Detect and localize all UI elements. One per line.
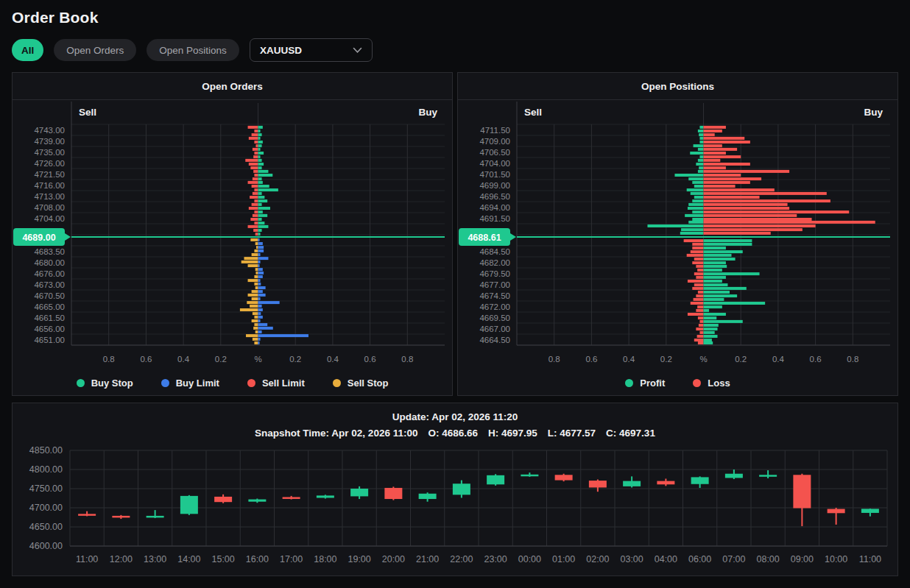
legend-label: Loss — [708, 378, 730, 389]
depth-bar-sell — [250, 166, 258, 169]
time-label: 11:00 — [859, 554, 881, 564]
depth-bar-sell — [249, 207, 258, 210]
y-axis-label: 4700.00 — [29, 503, 63, 513]
filter-all-button[interactable]: All — [12, 39, 43, 61]
open-positions-chart: SellBuy4711.504709.004706.504704.004701.… — [458, 100, 897, 371]
depth-bar-buy — [704, 327, 718, 330]
depth-bar-buy — [704, 316, 717, 319]
depth-bar-buy — [704, 243, 752, 246]
candle-body — [350, 489, 368, 496]
price-axis-label: 4670.50 — [34, 291, 65, 300]
percent-tick-label: 0.4 — [623, 355, 635, 364]
time-label: 12:00 — [110, 554, 133, 564]
price-axis-label: 4684.50 — [479, 247, 510, 256]
depth-bar-sell — [691, 192, 704, 195]
depth-bar-sell — [681, 228, 703, 231]
depth-bar-sell — [254, 283, 258, 286]
time-label: 20:00 — [382, 554, 405, 564]
legend-dot-icon — [333, 379, 341, 387]
y-axis-label: 4750.00 — [29, 483, 63, 494]
depth-bar-sell — [247, 301, 258, 304]
time-label: 10:00 — [825, 554, 847, 564]
depth-bar-sell — [696, 294, 703, 297]
depth-bar-buy — [258, 152, 264, 155]
depth-bar-buy — [258, 148, 261, 151]
depth-bar-buy — [258, 229, 262, 232]
percent-tick-label: 0.2 — [289, 355, 301, 364]
legend-item: Loss — [693, 378, 730, 389]
percent-tick-label: 0.2 — [215, 355, 227, 364]
depth-bar-sell — [255, 242, 258, 245]
depth-bar-buy — [704, 261, 726, 264]
depth-bar-buy — [704, 170, 790, 173]
depth-bar-buy — [704, 302, 766, 305]
filter-open-positions-button[interactable]: Open Positions — [147, 39, 239, 61]
percent-tick-label: 0.4 — [177, 355, 190, 364]
candle-body — [555, 475, 573, 480]
depth-bar-sell — [696, 327, 703, 330]
legend-item: Buy Stop — [77, 378, 133, 389]
depth-bar-sell — [249, 163, 258, 166]
depth-bar-buy — [258, 185, 269, 188]
filter-open-orders-button[interactable]: Open Orders — [54, 39, 136, 61]
price-axis-label: 4664.50 — [479, 336, 510, 344]
depth-bar-buy — [258, 196, 265, 199]
time-label: 13:00 — [144, 554, 166, 564]
depth-bar-sell — [253, 192, 258, 195]
legend-label: Sell Stop — [348, 378, 389, 389]
legend-item: Sell Stop — [333, 378, 389, 389]
depth-bar-buy — [704, 239, 752, 242]
time-label: 22:00 — [450, 554, 473, 564]
depth-bar-sell — [687, 188, 704, 191]
depth-bar-sell — [680, 232, 704, 235]
current-price-value: 4688.61 — [468, 233, 501, 243]
depth-bar-buy — [704, 221, 875, 224]
depth-bar-buy — [258, 222, 265, 224]
depth-bar-buy — [258, 341, 260, 344]
depth-bar-sell — [699, 133, 703, 136]
depth-bar-sell — [252, 203, 258, 206]
depth-bar-sell — [253, 170, 258, 173]
depth-bar-buy — [704, 188, 775, 191]
depth-bar-sell — [253, 229, 258, 232]
sell-side-label: Sell — [79, 107, 96, 118]
depth-bar-buy — [704, 287, 747, 290]
legend-item: Profit — [625, 378, 665, 389]
depth-bar-buy — [258, 233, 261, 235]
depth-bar-sell — [254, 130, 258, 132]
price-axis-label: 4721.50 — [34, 170, 65, 179]
depth-bar-sell — [250, 196, 258, 199]
price-axis-label: 4672.00 — [479, 302, 510, 311]
depth-bar-sell — [252, 297, 258, 300]
open-orders-chart: SellBuy4743.004739.004735.004726.004721.… — [13, 100, 452, 371]
price-axis-label: 4704.00 — [34, 214, 65, 223]
depth-bar-sell — [240, 308, 258, 311]
depth-bar-buy — [704, 148, 738, 151]
depth-bar-buy — [704, 265, 727, 268]
depth-bar-buy — [258, 155, 261, 158]
depth-bar-buy — [258, 283, 261, 286]
candlestick-svg: 4850.004800.004750.004700.004650.004600.… — [13, 444, 897, 574]
candle-body — [283, 497, 300, 499]
depth-bar-sell — [252, 319, 258, 322]
price-axis-label: 4682.00 — [479, 258, 510, 267]
percent-tick-label: 0.8 — [549, 355, 560, 364]
depth-bar-buy — [258, 249, 264, 252]
depth-bar-sell — [696, 276, 703, 279]
symbol-select[interactable]: XAUUSD — [250, 38, 373, 62]
depth-bar-buy — [258, 316, 263, 319]
depth-bar-buy — [704, 174, 741, 177]
depth-bar-buy — [258, 294, 266, 297]
depth-bar-sell — [694, 272, 704, 275]
candle-body — [487, 475, 504, 484]
buy-side-label: Buy — [864, 107, 883, 118]
depth-bar-sell — [252, 290, 258, 293]
candle-body — [180, 496, 198, 514]
depth-bar-sell — [253, 155, 258, 158]
depth-bar-sell — [254, 275, 258, 278]
depth-chart-svg: SellBuy4711.504709.004706.504704.004701.… — [458, 100, 897, 371]
depth-bar-sell — [254, 141, 258, 144]
depth-bar-sell — [254, 323, 258, 326]
time-label: 19:00 — [348, 554, 370, 564]
time-label: 08:00 — [756, 554, 779, 564]
